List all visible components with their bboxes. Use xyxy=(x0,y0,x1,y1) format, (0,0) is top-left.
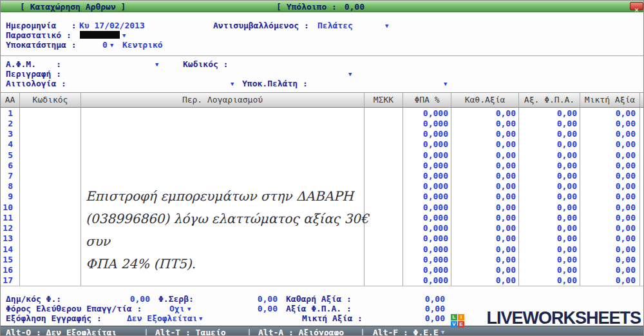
cell-kodikos[interactable] xyxy=(20,275,81,286)
cell-mskk[interactable] xyxy=(365,139,403,150)
cell-mskk[interactable] xyxy=(365,128,403,139)
cell-mskk[interactable] xyxy=(365,265,403,275)
cell-aa[interactable]: 17 xyxy=(1,275,20,286)
cell-perigrafi[interactable] xyxy=(81,150,365,160)
cell-fpa-pct[interactable]: 0,000 xyxy=(403,108,451,118)
cell-kodikos[interactable] xyxy=(20,160,81,170)
cell-mskk[interactable] xyxy=(365,223,403,233)
cell-mikti-axia[interactable]: 0,00 xyxy=(580,170,640,181)
description-dropdown-icon[interactable]: ▼ xyxy=(348,71,352,77)
cell-ax-fpa[interactable]: 0,00 xyxy=(519,254,580,264)
cell-ax-fpa[interactable]: 0,00 xyxy=(519,212,580,222)
cell-aa[interactable]: 8 xyxy=(1,181,20,192)
cell-fpa-pct[interactable]: 0,000 xyxy=(403,254,451,264)
cell-ax-fpa[interactable]: 0,00 xyxy=(519,108,580,118)
cell-mikti-axia[interactable]: 0,00 xyxy=(580,128,640,139)
cell-fpa-pct[interactable]: 0,000 xyxy=(403,170,451,181)
cell-mskk[interactable] xyxy=(365,233,403,244)
cell-kath-axia[interactable]: 0,00 xyxy=(451,181,519,192)
cell-mikti-axia[interactable]: 0,00 xyxy=(580,275,640,286)
cell-ax-fpa[interactable]: 0,00 xyxy=(519,223,580,233)
cell-fpa-pct[interactable]: 0,000 xyxy=(403,150,451,160)
cell-perigrafi[interactable] xyxy=(81,170,365,181)
branch-value[interactable]: 0 xyxy=(102,40,108,50)
freelance-tax-option[interactable]: Οχι xyxy=(169,304,184,313)
cell-kath-axia[interactable]: 0,00 xyxy=(451,254,519,264)
cell-mikti-axia[interactable]: 0,00 xyxy=(580,265,640,275)
cell-mikti-axia[interactable]: 0,00 xyxy=(580,150,640,160)
cell-kodikos[interactable] xyxy=(20,181,81,192)
cell-fpa-pct[interactable]: 0,000 xyxy=(403,233,451,244)
cell-kodikos[interactable] xyxy=(20,244,81,254)
cell-mskk[interactable] xyxy=(365,254,403,264)
cell-fpa-pct[interactable]: 0,000 xyxy=(403,181,451,192)
cell-aa[interactable]: 15 xyxy=(1,254,20,264)
cell-mskk[interactable] xyxy=(365,212,403,222)
cell-aa[interactable]: 7 xyxy=(1,170,20,181)
cell-mikti-axia[interactable]: 0,00 xyxy=(580,254,640,264)
cell-kath-axia[interactable]: 0,00 xyxy=(451,160,519,170)
cell-aa[interactable]: 5 xyxy=(1,150,20,160)
cell-perigrafi[interactable] xyxy=(81,118,365,128)
cell-mskk[interactable] xyxy=(365,192,403,202)
cell-mikti-axia[interactable]: 0,00 xyxy=(580,212,640,222)
cell-perigrafi[interactable] xyxy=(81,108,365,118)
branch-dropdown-icon[interactable]: ▼ xyxy=(110,42,113,48)
sub-customer-dropdown-icon[interactable]: ▼ xyxy=(444,81,447,87)
title-bar[interactable]: [ Καταχώρηση Αρθρων ] [ Υπόλοιπο : 0,00 … xyxy=(1,1,644,12)
cell-ax-fpa[interactable]: 0,00 xyxy=(519,181,580,192)
cell-ax-fpa[interactable]: 0,00 xyxy=(519,192,580,202)
cell-ax-fpa[interactable]: 0,00 xyxy=(519,139,580,150)
cell-fpa-pct[interactable]: 0,000 xyxy=(403,275,451,286)
cell-mikti-axia[interactable]: 0,00 xyxy=(580,160,640,170)
cell-mskk[interactable] xyxy=(365,244,403,254)
cell-aa[interactable]: 13 xyxy=(1,233,20,244)
cell-mskk[interactable] xyxy=(365,150,403,160)
settlement-option[interactable]: Δεν Εξοφλείται xyxy=(127,313,198,323)
cell-mikti-axia[interactable]: 0,00 xyxy=(580,192,640,202)
cell-kath-axia[interactable]: 0,00 xyxy=(451,192,519,202)
shortcut-alt-a[interactable]: Alt-A : Αξιόγραφο xyxy=(258,328,344,336)
cell-aa[interactable]: 14 xyxy=(1,244,20,254)
cell-kath-axia[interactable]: 0,00 xyxy=(451,212,519,222)
cell-mikti-axia[interactable]: 0,00 xyxy=(580,139,640,150)
cell-aa[interactable]: 1 xyxy=(1,108,20,118)
cell-kodikos[interactable] xyxy=(20,150,81,160)
cell-ax-fpa[interactable]: 0,00 xyxy=(519,265,580,275)
cell-fpa-pct[interactable]: 0,000 xyxy=(403,223,451,233)
freelance-tax-dropdown-icon[interactable]: ▼ xyxy=(187,306,191,312)
cell-kath-axia[interactable]: 0,00 xyxy=(451,108,519,118)
cell-aa[interactable]: 10 xyxy=(1,202,20,212)
cell-kath-axia[interactable]: 0,00 xyxy=(451,118,519,128)
cell-kodikos[interactable] xyxy=(20,108,81,118)
cell-kath-axia[interactable]: 0,00 xyxy=(451,275,519,286)
cell-mikti-axia[interactable]: 0,00 xyxy=(580,202,640,212)
cell-mskk[interactable] xyxy=(365,275,403,286)
cell-kodikos[interactable] xyxy=(20,202,81,212)
cell-aa[interactable]: 12 xyxy=(1,223,20,233)
cell-kodikos[interactable] xyxy=(20,233,81,244)
cell-kath-axia[interactable]: 0,00 xyxy=(451,265,519,275)
cell-kodikos[interactable] xyxy=(20,265,81,275)
cell-fpa-pct[interactable]: 0,000 xyxy=(403,212,451,222)
cell-fpa-pct[interactable]: 0,000 xyxy=(403,160,451,170)
cell-fpa-pct[interactable]: 0,000 xyxy=(403,118,451,128)
cell-ax-fpa[interactable]: 0,00 xyxy=(519,150,580,160)
cell-perigrafi[interactable] xyxy=(81,160,365,170)
cell-mikti-axia[interactable]: 0,00 xyxy=(580,181,640,192)
document-number-redacted[interactable] xyxy=(80,31,120,39)
shortcut-alt-o[interactable]: Alt-O : Δεν Εξοφλείται xyxy=(6,328,117,336)
cell-ax-fpa[interactable]: 0,00 xyxy=(519,244,580,254)
cell-aa[interactable]: 4 xyxy=(1,139,20,150)
cell-ax-fpa[interactable]: 0,00 xyxy=(519,118,580,128)
cell-ax-fpa[interactable]: 0,00 xyxy=(519,160,580,170)
cell-mskk[interactable] xyxy=(365,170,403,181)
cell-perigrafi[interactable] xyxy=(81,128,365,139)
cell-mikti-axia[interactable]: 0,00 xyxy=(580,223,640,233)
cell-kodikos[interactable] xyxy=(20,212,81,222)
cell-aa[interactable]: 9 xyxy=(1,192,20,202)
cell-kodikos[interactable] xyxy=(20,223,81,233)
date-value[interactable]: Κυ 17/02/2013 xyxy=(79,21,145,30)
cell-mskk[interactable] xyxy=(365,160,403,170)
reason-dropdown-icon[interactable]: ▼ xyxy=(231,81,234,87)
